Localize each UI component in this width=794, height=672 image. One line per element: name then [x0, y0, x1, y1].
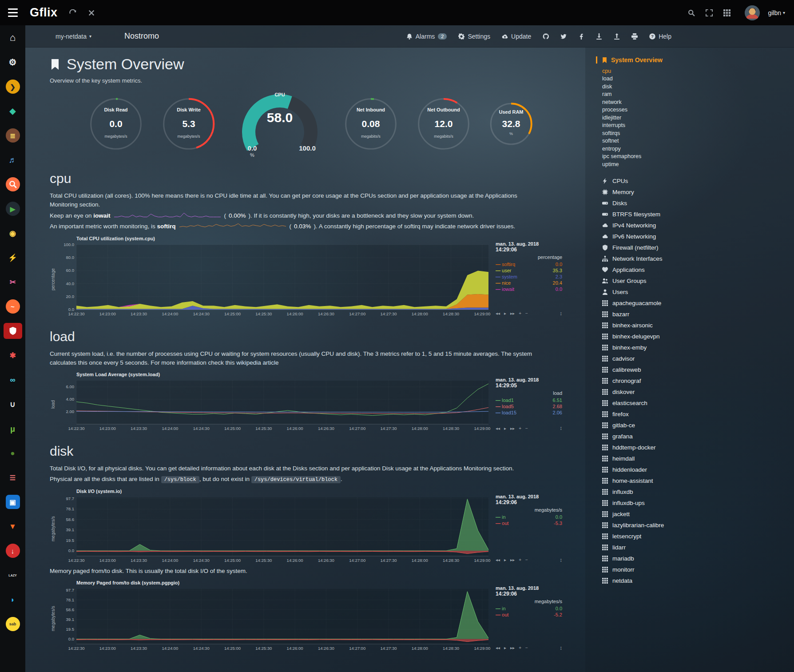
- gauge-net-inbound[interactable]: Net Inbound0.08megabits/s: [342, 95, 399, 154]
- toolbox-pan-left[interactable]: ◂◂: [496, 645, 500, 650]
- toolbox-play[interactable]: ▸: [504, 645, 506, 650]
- close-icon[interactable]: [88, 9, 95, 16]
- legend-softirq[interactable]: — softirq0.0: [496, 261, 562, 267]
- chart-plot-disk[interactable]: 97.778.158.639.119.50.014:22:3014:23:001…: [56, 494, 491, 564]
- sidebar-app-emby[interactable]: ▶: [4, 201, 22, 217]
- legend-out[interactable]: — out-5.2: [496, 612, 562, 618]
- sidebar-app-airsonic[interactable]: ♬: [4, 152, 22, 168]
- nav-settings[interactable]: Settings: [458, 33, 490, 40]
- sidebar-app-shield-app[interactable]: [4, 323, 22, 339]
- sidebar-app-resilio[interactable]: ✱: [4, 347, 22, 363]
- sidebar-app-monitorr[interactable]: ☰: [4, 469, 22, 485]
- toolbox-zoom-out[interactable]: −: [525, 426, 528, 431]
- gauge-disk-write[interactable]: Disk Write5.3megabytes/s: [160, 95, 217, 154]
- nav-upload-icon[interactable]: [614, 33, 620, 40]
- chart-plot-cpu[interactable]: 100.080.060.040.020.00.014:22:3014:23:00…: [56, 241, 491, 318]
- user-menu[interactable]: gilbn ▾: [768, 9, 785, 16]
- toolbox-pan-left[interactable]: ◂◂: [496, 311, 500, 316]
- menu-item-monitorr[interactable]: monitorr: [596, 564, 794, 575]
- toolbox-zoom-in[interactable]: +: [519, 645, 521, 650]
- toolbox-zoom-in[interactable]: +: [519, 311, 521, 316]
- sidebar-app-gitlab[interactable]: ▼: [4, 518, 22, 534]
- sidebar-app-plex[interactable]: ❯: [4, 79, 22, 95]
- nav-facebook-icon[interactable]: [578, 33, 584, 40]
- menu-item-applications[interactable]: Applications: [596, 264, 794, 275]
- toolbox-pan-right[interactable]: ▸▸: [510, 645, 515, 650]
- sidebar-app-jackett[interactable]: [4, 176, 22, 192]
- legend-load1[interactable]: — load16.51: [496, 397, 562, 403]
- legend-nice[interactable]: — nice20.4: [496, 280, 562, 286]
- toolbox-pan-right[interactable]: ▸▸: [510, 557, 515, 562]
- menu-item-disk[interactable]: disk: [596, 83, 794, 91]
- sidebar-app-horseshoe-app[interactable]: ∪: [4, 396, 22, 412]
- nav-github-icon[interactable]: [543, 33, 549, 40]
- menu-item-network[interactable]: network: [596, 98, 794, 106]
- toolbox-resize[interactable]: ↕: [560, 310, 562, 317]
- menu-item-ram[interactable]: ram: [596, 91, 794, 99]
- menu-item-ipv6-networking[interactable]: IPv6 Networking: [596, 231, 794, 242]
- toolbox-zoom-out[interactable]: −: [525, 645, 528, 650]
- menu-item-lidarr[interactable]: lidarr: [596, 542, 794, 553]
- menu-item-diskover[interactable]: diskover: [596, 386, 794, 398]
- toolbox-zoom-in[interactable]: +: [519, 426, 521, 431]
- nav-twitter-icon[interactable]: [560, 33, 567, 40]
- toolbox-zoom-out[interactable]: −: [525, 557, 528, 562]
- legend-user[interactable]: — user35.3: [496, 267, 562, 274]
- avatar[interactable]: [745, 5, 760, 20]
- menu-item-hddtemp-docker[interactable]: hddtemp-docker: [596, 442, 794, 453]
- menu-item-interrupts[interactable]: interrupts: [596, 122, 794, 130]
- sidebar-app-utorrent[interactable]: µ: [4, 421, 22, 437]
- legend-in[interactable]: — in0.0: [496, 605, 562, 612]
- gauge-cpu[interactable]: CPU58.00.0100.0%: [233, 90, 326, 159]
- menu-item-btrfs-filesystem[interactable]: BTRFS filesystem: [596, 209, 794, 220]
- toolbox-play[interactable]: ▸: [504, 426, 506, 431]
- sidebar-app-settings[interactable]: ⚙: [4, 54, 22, 70]
- menu-item-processes[interactable]: processes: [596, 106, 794, 114]
- sidebar-app-drop-app[interactable]: ◗: [4, 592, 22, 608]
- nav-alarms[interactable]: Alarms2: [406, 33, 447, 40]
- menu-item-network-interfaces[interactable]: Network Interfaces: [596, 253, 794, 264]
- menu-item-load[interactable]: load: [596, 75, 794, 83]
- chart-cpu[interactable]: Total CPU utilization (system.cpu)percen…: [50, 236, 572, 318]
- sidebar-app-duplicati[interactable]: ◉: [4, 225, 22, 241]
- menu-item-softnet[interactable]: softnet: [596, 137, 794, 145]
- menu-item-gitlab-ce[interactable]: gitlab-ce: [596, 420, 794, 431]
- sidebar-app-home[interactable]: ⌂: [4, 30, 22, 46]
- gauge-disk-read[interactable]: Disk Read0.0megabytes/s: [87, 95, 144, 154]
- nav-help[interactable]: ?Help: [649, 33, 671, 40]
- menu-item-users[interactable]: Users: [596, 286, 794, 298]
- toolbox-pan-right[interactable]: ▸▸: [510, 311, 515, 316]
- menu-item-memory[interactable]: Memory: [596, 187, 794, 198]
- menu-item-calibreweb[interactable]: calibreweb: [596, 364, 794, 375]
- legend-load15[interactable]: — load152.06: [496, 410, 562, 416]
- toolbox-pan-left[interactable]: ◂◂: [496, 557, 500, 562]
- toolbox-resize[interactable]: ↕: [560, 425, 562, 431]
- sidebar-app-download-app[interactable]: ↓: [4, 543, 22, 559]
- menu-item-disks[interactable]: Disks: [596, 198, 794, 209]
- wikipedia-link[interactable]: wikipedia article: [236, 359, 278, 366]
- menu-item-chronograf[interactable]: chronograf: [596, 375, 794, 386]
- menu-item-entropy[interactable]: entropy: [596, 145, 794, 153]
- legend-load5[interactable]: — load52.68: [496, 403, 562, 410]
- menu-item-firewall-netfilter-[interactable]: Firewall (netfilter): [596, 242, 794, 253]
- menu-item-heimdall[interactable]: heimdall: [596, 453, 794, 464]
- menu-item-grafana[interactable]: grafana: [596, 431, 794, 442]
- menu-item-ipc-semaphores[interactable]: ipc semaphores: [596, 153, 794, 161]
- sidebar-app-firefox[interactable]: ~: [4, 298, 22, 314]
- menu-item-binhex-emby[interactable]: binhex-emby: [596, 342, 794, 353]
- menu-item-idlejitter[interactable]: idlejitter: [596, 114, 794, 122]
- sidebar-app-ombi[interactable]: ∞: [4, 372, 22, 388]
- menu-item-user-groups[interactable]: User Groups: [596, 275, 794, 286]
- menu-item-lazylibrarian-calibre[interactable]: lazylibrarian-calibre: [596, 520, 794, 531]
- toolbox-pan-right[interactable]: ▸▸: [510, 426, 515, 431]
- menu-item-ipv4-networking[interactable]: IPv4 Networking: [596, 220, 794, 231]
- menu-item-elasticsearch[interactable]: elasticsearch: [596, 398, 794, 409]
- menu-icon[interactable]: [0, 8, 25, 17]
- sidebar-app-blue-tile-app[interactable]: ▣: [4, 494, 22, 510]
- menu-item-jackett[interactable]: jackett: [596, 509, 794, 520]
- menu-item-binhex-airsonic[interactable]: binhex-airsonic: [596, 320, 794, 331]
- sidebar-app-bolt-app[interactable]: ⚡: [4, 250, 22, 266]
- menu-item-uptime[interactable]: uptime: [596, 160, 794, 168]
- menu-item-firefox[interactable]: firefox: [596, 409, 794, 420]
- menu-item-netdata[interactable]: netdata: [596, 575, 794, 586]
